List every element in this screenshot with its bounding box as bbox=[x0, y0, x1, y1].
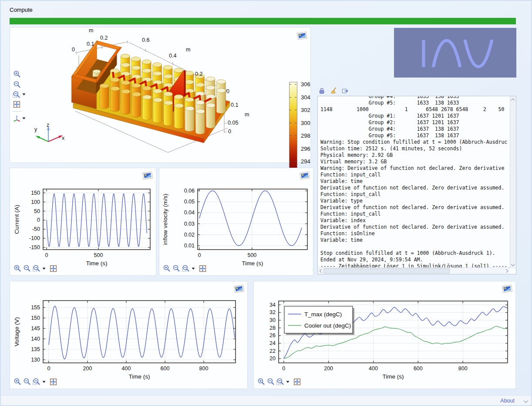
battery-cell-top bbox=[185, 71, 194, 75]
3d-axis-tick-label: 0.4 bbox=[169, 53, 176, 59]
zoom-extents-icon[interactable] bbox=[293, 378, 301, 386]
x-axis-label: Time (s) bbox=[129, 373, 150, 380]
zoom-box-icon[interactable] bbox=[33, 378, 40, 386]
current-plot[interactable]: 0500150100500-50-100-150Time (s)Current … bbox=[10, 168, 157, 276]
3d-model-graphics-card[interactable]: zyx m00.10.20.60.4m0.200.10.05m0 3063043… bbox=[10, 27, 311, 163]
y-tick-label: 0.04 bbox=[184, 210, 195, 216]
log-hscroll-thumb[interactable] bbox=[323, 268, 450, 274]
box-rim bbox=[97, 41, 121, 50]
3d-axis-tick-label: 0.6 bbox=[142, 37, 149, 43]
dropdown-caret-icon[interactable] bbox=[22, 93, 26, 96]
current-plot-card[interactable]: 0500150100500-50-100-150Time (s)Current … bbox=[10, 168, 156, 276]
image-snapshot-icon[interactable] bbox=[296, 31, 308, 41]
zoom-in-icon[interactable] bbox=[13, 70, 21, 78]
log-horizontal-scrollbar[interactable] bbox=[318, 267, 510, 274]
zoom-box-icon[interactable] bbox=[13, 91, 20, 98]
battery-cell-top bbox=[164, 101, 173, 105]
y-tick-label: 100 bbox=[31, 199, 40, 205]
image-snapshot-icon[interactable] bbox=[299, 171, 310, 180]
plot-frame bbox=[43, 189, 150, 250]
y-tick-label: 20 bbox=[269, 355, 276, 362]
battery-cell-top bbox=[131, 66, 141, 70]
x-tick-label: 200 bbox=[83, 365, 92, 372]
clear-log-icon[interactable] bbox=[330, 87, 337, 95]
battery-cell-top bbox=[174, 104, 183, 108]
battery-cell-top bbox=[131, 74, 141, 79]
about-link[interactable]: About bbox=[500, 398, 515, 404]
zoom-in-icon[interactable] bbox=[13, 378, 21, 386]
zoom-in-icon[interactable] bbox=[163, 264, 171, 272]
y-tick-label: 0.01 bbox=[184, 243, 195, 249]
battery-cell-top bbox=[185, 80, 194, 84]
image-snapshot-icon[interactable] bbox=[502, 284, 513, 294]
zoom-out-icon[interactable] bbox=[13, 81, 21, 88]
battery-cell-top bbox=[216, 88, 226, 93]
3d-battery-pack-scene[interactable]: zyx bbox=[10, 27, 311, 163]
battery-cell-top bbox=[163, 65, 172, 70]
dropdown-caret-icon[interactable] bbox=[22, 117, 26, 120]
zoom-extents-icon[interactable] bbox=[13, 100, 20, 108]
battery-cell-top bbox=[174, 95, 183, 99]
legend-box bbox=[284, 306, 353, 333]
battery-cell-top bbox=[153, 71, 162, 76]
image-snapshot-icon[interactable] bbox=[233, 284, 245, 294]
view-orientation-icon[interactable] bbox=[13, 115, 20, 122]
iav-logo-glyphs bbox=[394, 28, 516, 78]
voltage-plot[interactable]: 0200400600800155150145140135130Time (s)V… bbox=[10, 281, 248, 389]
battery-cell-top bbox=[110, 78, 119, 82]
y-tick-label: -50 bbox=[32, 226, 40, 232]
export-log-icon[interactable] bbox=[342, 87, 349, 95]
y-axis-label: Current (A) bbox=[13, 205, 20, 234]
x-tick-label: 600 bbox=[414, 365, 423, 372]
temperature-plot-card[interactable]: 02004006008003432302826242220Time (s)T_m… bbox=[253, 281, 516, 389]
inflow-plot[interactable]: 05000.060.050.040.030.020.01Time (s)infl… bbox=[159, 168, 314, 276]
x-tick-label: 0 bbox=[47, 365, 50, 372]
battery-cell bbox=[111, 89, 120, 112]
y-tick-label: 0.03 bbox=[184, 221, 195, 227]
battery-cell bbox=[185, 108, 194, 131]
inflow-velocity-plot-card[interactable]: 05000.060.050.040.030.020.01Time (s)infl… bbox=[159, 168, 313, 276]
temperature-plot[interactable]: 02004006008003432302826242220Time (s)T_m… bbox=[254, 281, 516, 389]
3d-axis-tick-label: 0.1 bbox=[87, 41, 94, 47]
battery-cell-top bbox=[195, 100, 205, 105]
x-tick-label: 400 bbox=[122, 365, 131, 372]
y-tick-label: 50 bbox=[34, 208, 40, 214]
dropdown-caret-icon[interactable] bbox=[42, 267, 46, 270]
log-vertical-scrollbar[interactable] bbox=[510, 96, 516, 268]
battery-cell-top bbox=[206, 103, 215, 108]
log-output-panel[interactable]: Group #4: 1633 138 1633 Group #5: 1633 1… bbox=[317, 96, 516, 274]
zoom-extents-icon[interactable] bbox=[199, 264, 206, 272]
image-snapshot-icon[interactable] bbox=[142, 171, 153, 180]
zoom-out-icon[interactable] bbox=[23, 264, 31, 272]
dropdown-caret-icon[interactable] bbox=[42, 381, 46, 383]
y-tick-label: 30 bbox=[269, 317, 276, 323]
zoom-in-icon[interactable] bbox=[257, 378, 265, 386]
footer-chevron-down-icon[interactable] bbox=[523, 400, 529, 403]
zoom-in-icon[interactable] bbox=[13, 264, 21, 272]
3d-axis-tick-label: 0 bbox=[226, 88, 229, 95]
compute-button[interactable]: Compute bbox=[10, 7, 33, 13]
dropdown-caret-icon[interactable] bbox=[192, 267, 195, 270]
zoom-box-icon[interactable] bbox=[33, 264, 40, 272]
zoom-out-icon[interactable] bbox=[172, 264, 180, 272]
y-tick-label: 34 bbox=[269, 302, 276, 308]
y-tick-label: -100 bbox=[29, 235, 40, 241]
legend-entry-label: T_max (degC) bbox=[304, 311, 342, 318]
dropdown-caret-icon[interactable] bbox=[286, 381, 290, 383]
battery-cell-top bbox=[131, 83, 141, 88]
zoom-box-icon[interactable] bbox=[182, 264, 190, 272]
voltage-plot-card[interactable]: 0200400600800155150145140135130Time (s)V… bbox=[10, 281, 248, 389]
zoom-out-icon[interactable] bbox=[267, 378, 275, 386]
battery-cell-top bbox=[153, 62, 162, 67]
battery-cell bbox=[132, 95, 141, 117]
x-axis-label: Time (s) bbox=[242, 260, 263, 267]
zoom-box-icon[interactable] bbox=[276, 378, 284, 386]
zoom-extents-icon[interactable] bbox=[49, 264, 57, 272]
legend-entry-label: Cooler out (degC) bbox=[304, 322, 351, 329]
zoom-extents-icon[interactable] bbox=[49, 378, 57, 386]
battery-cell-top bbox=[195, 83, 204, 87]
lock-icon[interactable] bbox=[318, 87, 326, 95]
zoom-out-icon[interactable] bbox=[23, 378, 31, 386]
3d-axis-tick-label: m bbox=[186, 47, 190, 53]
y-tick-label: 24 bbox=[269, 340, 276, 346]
